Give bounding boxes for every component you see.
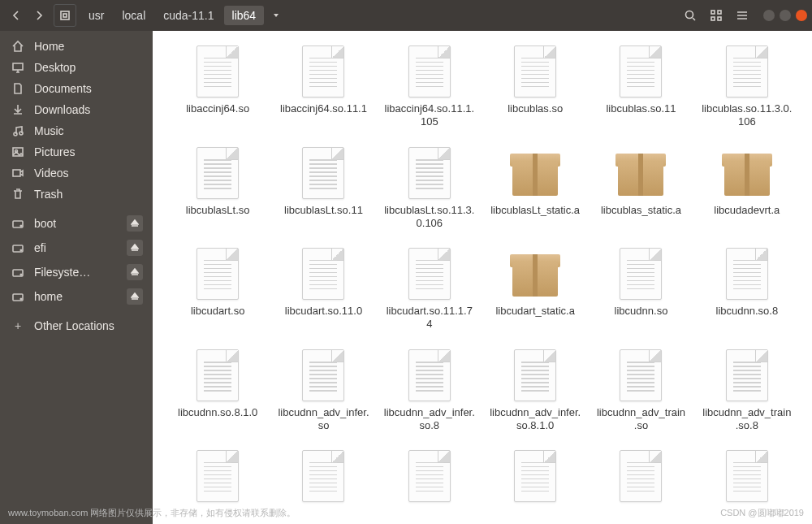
path-more-button[interactable] — [265, 4, 287, 27]
file-item[interactable]: libcudart.so.11.1.74 — [381, 241, 478, 335]
file-item[interactable]: libcublas.so.11.3.0.106 — [698, 39, 796, 132]
svg-rect-4 — [718, 11, 721, 14]
file-item[interactable]: libaccinj64.so.11.1 — [274, 39, 372, 132]
sidebar-item-efi[interactable]: efi — [0, 236, 153, 260]
file-label: libcudnn_adv_infer.so — [278, 406, 369, 433]
forward-button[interactable] — [28, 4, 50, 27]
breadcrumb-segment[interactable]: lib64 — [224, 6, 265, 25]
document-icon — [510, 447, 560, 505]
document-icon — [615, 42, 666, 101]
file-view[interactable]: libaccinj64.solibaccinj64.so.11.1libacci… — [153, 31, 812, 524]
file-item[interactable]: libcudnn.so — [592, 241, 689, 335]
breadcrumb-segment[interactable]: cuda-11.1 — [155, 6, 222, 25]
eject-button[interactable] — [127, 215, 143, 232]
file-item[interactable]: libcublasLt.so — [169, 141, 266, 234]
file-item[interactable]: libcudnn_adv_infer.so — [274, 343, 372, 436]
file-item[interactable]: libcublas.so — [486, 39, 584, 132]
sidebar-item-home[interactable]: home — [0, 284, 153, 309]
music-icon — [10, 124, 26, 137]
disk-icon — [10, 266, 26, 279]
document-icon — [192, 42, 243, 101]
file-item[interactable] — [486, 444, 584, 510]
file-item[interactable]: libaccinj64.so — [169, 39, 266, 132]
file-item[interactable] — [592, 444, 689, 510]
svg-rect-6 — [718, 17, 721, 20]
file-label: libaccinj64.so.11.1 — [280, 102, 367, 115]
document-icon — [404, 144, 455, 202]
file-item[interactable]: libcudart.so — [169, 241, 266, 335]
file-label: libaccinj64.so — [186, 102, 249, 115]
file-item[interactable] — [698, 444, 796, 510]
sidebar-item-trash[interactable]: Trash — [0, 184, 153, 205]
file-item[interactable]: libcudnn_adv_infer.so.8.1.0 — [486, 343, 584, 436]
document-icon — [722, 42, 772, 101]
document-icon — [298, 42, 348, 101]
file-item[interactable]: libcublasLt.so.11 — [274, 141, 372, 234]
sidebar-item-label: home — [34, 290, 63, 303]
file-item[interactable]: libcudadevrt.a — [698, 141, 796, 234]
package-icon — [615, 144, 666, 202]
file-label: libcudart.so.11.0 — [285, 305, 362, 318]
document-icon — [192, 346, 243, 405]
close-button[interactable] — [796, 10, 807, 21]
maximize-button[interactable] — [780, 10, 791, 21]
sidebar-item-downloads[interactable]: Downloads — [0, 99, 153, 120]
document-icon — [722, 447, 772, 505]
trash-icon — [10, 188, 26, 201]
sidebar-item-label: Documents — [34, 82, 92, 95]
file-item[interactable]: libcublas_static.a — [592, 141, 689, 234]
file-item[interactable]: libcudnn_adv_infer.so.8 — [381, 343, 478, 436]
document-icon — [722, 346, 772, 405]
sidebar-item-music[interactable]: Music — [0, 120, 153, 141]
file-item[interactable] — [169, 444, 266, 510]
sidebar-other-locations[interactable]: + Other Locations — [0, 315, 153, 336]
svg-rect-7 — [13, 63, 23, 70]
file-item[interactable]: libaccinj64.so.11.1.105 — [381, 39, 478, 132]
file-item[interactable] — [381, 444, 478, 510]
breadcrumb-segment[interactable]: usr — [80, 6, 112, 25]
sidebar-item-desktop[interactable]: Desktop — [0, 57, 153, 78]
back-button[interactable] — [5, 4, 28, 27]
menu-button[interactable] — [730, 4, 754, 27]
sidebar-item-pictures[interactable]: Pictures — [0, 141, 153, 162]
sidebar-item-boot[interactable]: boot — [0, 211, 153, 236]
path-root-icon[interactable] — [54, 4, 76, 27]
file-label: libcudadevrt.a — [714, 204, 780, 217]
plus-icon: + — [10, 319, 26, 332]
file-item[interactable]: libcudnn_adv_train.so — [592, 343, 689, 436]
breadcrumb-segment[interactable]: local — [114, 6, 153, 25]
sidebar-item-label: efi — [34, 241, 46, 254]
file-item[interactable]: libcublas.so.11 — [592, 39, 689, 132]
file-label: libaccinj64.so.11.1.105 — [384, 102, 475, 129]
svg-point-18 — [20, 274, 22, 275]
package-icon — [510, 144, 560, 202]
search-button[interactable] — [678, 4, 702, 27]
file-item[interactable]: libcudnn.so.8 — [698, 241, 796, 335]
downloads-icon — [10, 103, 26, 116]
svg-point-2 — [686, 11, 693, 19]
file-item[interactable]: libcublasLt.so.11.3.0.106 — [381, 141, 478, 234]
sidebar-item-label: Desktop — [34, 61, 76, 74]
videos-icon — [10, 167, 26, 180]
svg-point-14 — [20, 225, 22, 227]
document-icon — [298, 245, 348, 303]
eject-button[interactable] — [127, 240, 143, 256]
file-item[interactable] — [274, 444, 372, 510]
view-grid-button[interactable] — [704, 4, 728, 27]
file-item[interactable]: libcudnn.so.8.1.0 — [169, 343, 266, 436]
file-item[interactable]: libcudart_static.a — [486, 241, 584, 335]
eject-button[interactable] — [127, 288, 143, 305]
file-label: libcublasLt.so.11.3.0.106 — [384, 204, 475, 231]
sidebar-item-videos[interactable]: Videos — [0, 162, 153, 184]
sidebar-item-filesyste[interactable]: Filesyste… — [0, 260, 153, 284]
file-label: libcublasLt.so.11 — [284, 204, 363, 217]
sidebar-item-home[interactable]: Home — [0, 36, 153, 57]
breadcrumb: usrlocalcuda-11.1lib64 — [80, 6, 265, 25]
pictures-icon — [10, 145, 26, 158]
minimize-button[interactable] — [763, 10, 775, 21]
file-item[interactable]: libcudart.so.11.0 — [274, 241, 372, 335]
file-item[interactable]: libcublasLt_static.a — [486, 141, 584, 234]
sidebar-item-documents[interactable]: Documents — [0, 78, 153, 99]
eject-button[interactable] — [127, 264, 143, 280]
file-item[interactable]: libcudnn_adv_train.so.8 — [698, 343, 796, 436]
